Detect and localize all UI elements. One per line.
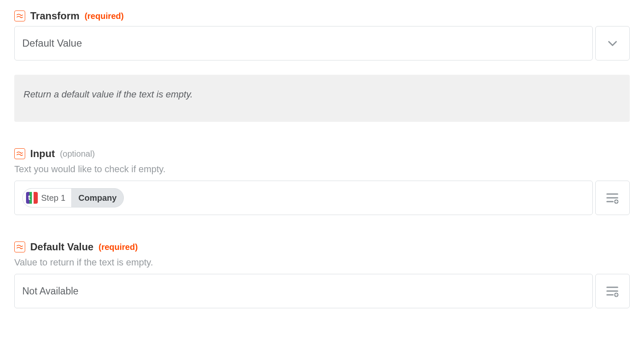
form-panel: Transform (required) Default Value Retur… <box>0 0 644 357</box>
zap-icon <box>14 10 25 21</box>
input-control-row: Step 1 Company <box>14 181 630 215</box>
transform-description: Return a default value if the text is em… <box>14 75 630 122</box>
transform-control-row: Default Value <box>14 26 630 60</box>
field-label: Transform <box>30 10 79 22</box>
field-hint: (optional) <box>60 149 95 159</box>
default-value-input[interactable]: Not Available <box>14 274 593 308</box>
zap-icon <box>14 242 25 252</box>
field-label-row: Transform (required) <box>14 10 630 22</box>
token-step-label: Step 1 <box>41 193 65 203</box>
default-value-control-row: Not Available <box>14 274 630 308</box>
field-input: Input (optional) Text you would like to … <box>14 148 630 215</box>
field-hint: (required) <box>99 242 138 252</box>
field-label-row: Input (optional) <box>14 148 630 160</box>
token-field-label: Company <box>72 193 123 203</box>
default-value-text: Not Available <box>22 286 79 297</box>
default-value-insert-data-button[interactable] <box>595 274 630 308</box>
zap-icon <box>14 148 25 159</box>
insert-data-icon <box>605 190 620 205</box>
input-field[interactable]: Step 1 Company <box>14 181 593 215</box>
field-label-row: Default Value (required) <box>14 241 630 253</box>
token-head: Step 1 <box>23 189 72 207</box>
input-insert-data-button[interactable] <box>595 181 630 215</box>
field-default-value: Default Value (required) Value to return… <box>14 241 630 308</box>
field-label: Input <box>30 148 55 160</box>
input-token[interactable]: Step 1 Company <box>22 188 124 207</box>
transform-select[interactable]: Default Value <box>14 26 593 60</box>
field-help: Value to return if the text is empty. <box>14 257 630 268</box>
field-hint: (required) <box>84 11 123 21</box>
field-help: Text you would like to check if empty. <box>14 164 630 175</box>
typeform-app-icon <box>26 192 38 204</box>
field-label: Default Value <box>30 241 94 253</box>
field-transform: Transform (required) Default Value Retur… <box>14 10 630 122</box>
transform-dropdown-toggle[interactable] <box>595 26 630 60</box>
chevron-down-icon <box>606 37 619 50</box>
insert-data-icon <box>605 284 620 299</box>
transform-selected-value: Default Value <box>22 37 82 49</box>
